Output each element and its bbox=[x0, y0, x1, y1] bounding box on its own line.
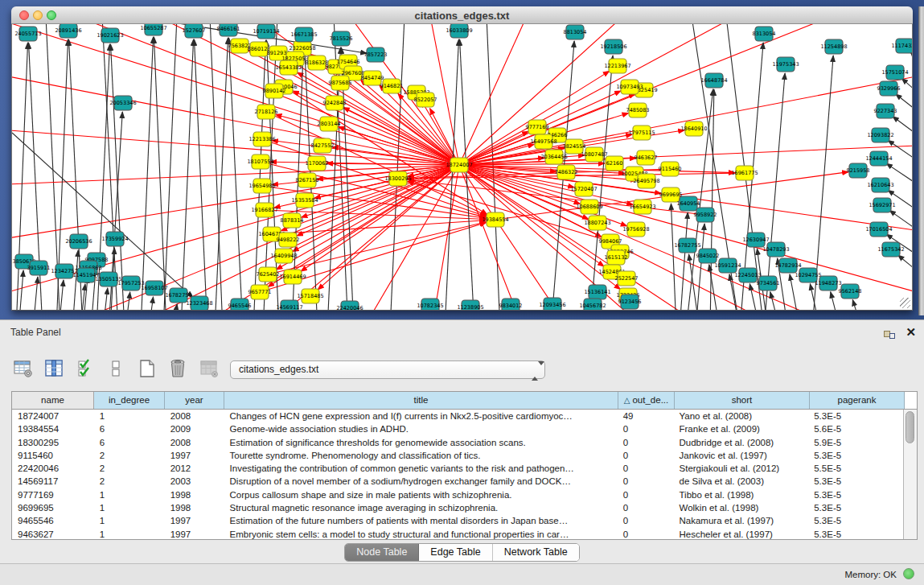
graph-edge[interactable] bbox=[764, 73, 785, 310]
graph-node[interactable]: 10688609 bbox=[576, 200, 602, 214]
graph-node[interactable]: 24055713 bbox=[14, 27, 41, 41]
graph-node[interactable]: 1640954 bbox=[677, 196, 700, 211]
graph-node[interactable]: 10478293 bbox=[762, 242, 789, 257]
delete-table-icon[interactable] bbox=[166, 359, 190, 381]
table-row[interactable]: 2242004622012Investigating the contribut… bbox=[12, 462, 903, 475]
graph-edge[interactable] bbox=[445, 39, 458, 310]
graph-edge[interactable] bbox=[16, 43, 28, 310]
column-header-in_degree[interactable]: in_degree bbox=[94, 392, 165, 409]
graph-edge[interactable] bbox=[770, 292, 780, 310]
graph-edge[interactable] bbox=[459, 165, 575, 310]
graph-edge[interactable] bbox=[154, 37, 166, 310]
graph-node[interactable]: 8813054 bbox=[564, 25, 587, 39]
table-row[interactable]: 1938455462009Genome-wide association stu… bbox=[12, 422, 903, 435]
graph-node[interactable]: 11254898 bbox=[820, 39, 847, 54]
graph-node[interactable]: 2522547 bbox=[615, 271, 639, 286]
graph-node[interactable]: 19021623 bbox=[97, 28, 123, 43]
table-settings-icon[interactable] bbox=[11, 359, 35, 381]
graph-node[interactable]: 9123456 bbox=[618, 295, 642, 309]
column-header-year[interactable]: year bbox=[165, 392, 224, 409]
graph-node[interactable]: 19654985 bbox=[248, 179, 275, 193]
graph-node[interactable]: 16033809 bbox=[446, 24, 472, 38]
collapsed-panel-strip[interactable] bbox=[918, 6, 924, 315]
graph-node[interactable]: 8878314 bbox=[281, 213, 304, 228]
graph-node[interactable]: 9734561 bbox=[757, 276, 780, 290]
graph-node[interactable]: 12093456 bbox=[539, 298, 565, 310]
graph-node[interactable]: 9146821 bbox=[380, 79, 404, 93]
graph-node[interactable]: 9890142 bbox=[263, 84, 286, 98]
graph-edge[interactable] bbox=[149, 297, 154, 310]
graph-node[interactable]: 19218506 bbox=[600, 39, 626, 54]
graph-node[interactable]: 12444154 bbox=[865, 151, 892, 166]
table-row[interactable]: 911546021997Tourette syndrome. Phenomeno… bbox=[12, 449, 903, 462]
graph-node[interactable]: 1170062 bbox=[306, 156, 329, 171]
table-row[interactable]: 1872400712008Changes of HCN gene express… bbox=[12, 410, 903, 422]
graph-node[interactable]: 8313054 bbox=[753, 27, 776, 41]
graph-edge[interactable] bbox=[163, 24, 177, 310]
graph-edge[interactable] bbox=[893, 117, 913, 155]
graph-node[interactable]: 16782755 bbox=[674, 238, 700, 253]
graph-node[interactable]: 9875685 bbox=[329, 76, 352, 90]
graph-node[interactable]: 17016504 bbox=[865, 222, 892, 237]
tab-edge-table[interactable]: Edge Table bbox=[419, 544, 492, 561]
new-table-icon[interactable] bbox=[135, 359, 159, 381]
scrollbar-thumb[interactable] bbox=[906, 411, 914, 443]
graph-node[interactable]: 9834012 bbox=[499, 299, 523, 310]
graph-node[interactable]: 11975343 bbox=[772, 57, 799, 72]
graph-node[interactable]: 20891436 bbox=[55, 24, 81, 38]
graph-node[interactable]: 16671385 bbox=[290, 27, 317, 42]
graph-node[interactable]: 8466161 bbox=[217, 24, 240, 36]
graph-node[interactable]: 62160 bbox=[606, 156, 623, 171]
graph-node[interactable]: 9562148 bbox=[839, 284, 862, 299]
table-row[interactable]: 1830029562008Estimation of significance … bbox=[12, 436, 903, 449]
graph-node[interactable]: 1527607 bbox=[183, 24, 206, 38]
graph-edge[interactable] bbox=[18, 270, 23, 310]
graph-edge[interactable] bbox=[852, 299, 862, 310]
graph-node[interactable]: 9242848 bbox=[323, 96, 347, 110]
graph-node[interactable]: 1615132 bbox=[605, 250, 628, 265]
graph-node[interactable]: 15692971 bbox=[869, 198, 895, 212]
graph-node[interactable]: 8427552 bbox=[311, 138, 335, 153]
graph-node[interactable]: 18640910 bbox=[680, 122, 707, 136]
graph-node[interactable]: 14569117 bbox=[276, 300, 302, 310]
graph-node[interactable]: 8215958 bbox=[847, 163, 870, 178]
graph-edge[interactable] bbox=[33, 277, 38, 310]
graph-node[interactable]: 2803144 bbox=[318, 117, 341, 131]
graph-node[interactable]: 19756928 bbox=[622, 222, 649, 237]
graph-node[interactable]: 20206536 bbox=[65, 234, 92, 249]
graph-edge[interactable] bbox=[297, 165, 459, 236]
graph-edge[interactable] bbox=[901, 78, 913, 117]
float-panel-icon[interactable] bbox=[884, 328, 895, 339]
graph-node[interactable]: 9463627 bbox=[634, 150, 658, 165]
column-header-pagerank[interactable]: pagerank bbox=[810, 392, 905, 409]
graph-node[interactable]: 10456782 bbox=[579, 299, 606, 310]
graph-node[interactable]: 16961775 bbox=[731, 166, 758, 180]
tab-node-table[interactable]: Node Table bbox=[345, 544, 419, 561]
graph-node[interactable]: 11238905 bbox=[457, 300, 483, 310]
column-header-name[interactable]: name bbox=[12, 392, 94, 409]
graph-node[interactable]: 9777169 bbox=[526, 120, 549, 134]
graph-edge[interactable] bbox=[910, 52, 913, 90]
close-panel-icon[interactable]: ✕ bbox=[906, 325, 916, 340]
table-row[interactable]: 969969511998Structural magnetic resonanc… bbox=[12, 501, 903, 514]
graph-node[interactable]: 16648784 bbox=[700, 73, 727, 88]
graph-node[interactable]: 9227343 bbox=[874, 104, 897, 118]
column-header-short[interactable]: short bbox=[675, 392, 810, 409]
graph-edge[interactable] bbox=[459, 72, 913, 165]
graph-node[interactable]: 11675342 bbox=[877, 242, 904, 257]
graph-node[interactable]: 16654923 bbox=[629, 200, 655, 214]
column-header-out_de[interactable]: △out_de... bbox=[618, 392, 675, 409]
graph-node[interactable]: 15751074 bbox=[881, 65, 908, 80]
graph-node[interactable]: 7485083 bbox=[626, 103, 650, 117]
graph-edge[interactable] bbox=[195, 39, 207, 310]
table-row[interactable]: 946362711997Embryonic stem cells: a mode… bbox=[12, 528, 903, 539]
graph-edge[interactable] bbox=[210, 24, 223, 310]
graph-node[interactable]: 15136141 bbox=[584, 285, 610, 299]
graph-node[interactable]: 9657771 bbox=[248, 285, 272, 299]
graph-edge[interactable] bbox=[229, 38, 243, 310]
network-canvas[interactable]: 1872400718300295193845547563822886012889… bbox=[11, 24, 913, 311]
graph-node[interactable]: 22420046 bbox=[336, 301, 363, 310]
graph-node[interactable]: 7625402 bbox=[257, 267, 280, 282]
graph-edge[interactable] bbox=[749, 284, 760, 310]
unselect-all-icon[interactable] bbox=[104, 359, 128, 381]
